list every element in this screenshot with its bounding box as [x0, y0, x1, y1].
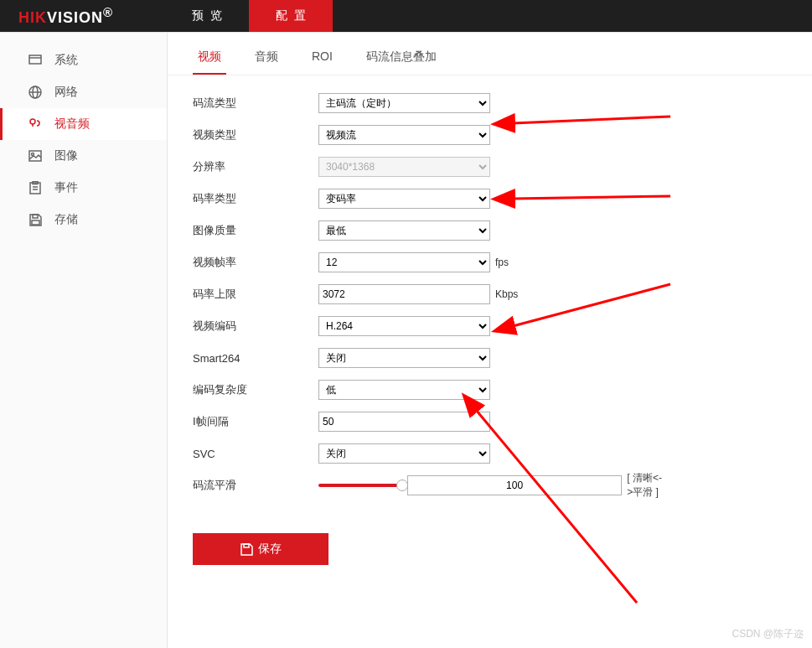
sidebar-label: 视音频: [54, 117, 90, 132]
svg-rect-14: [244, 544, 249, 547]
mic-icon: [28, 117, 43, 132]
label-video-type: 视频类型: [193, 127, 318, 143]
label-video-codec: 视频编码: [193, 319, 318, 334]
input-bitrate-max[interactable]: [318, 284, 490, 304]
svg-point-5: [30, 119, 35, 124]
input-smoothing-value[interactable]: [407, 475, 622, 495]
header: HIKVISION® 预览 配置: [0, 0, 812, 32]
select-video-type[interactable]: 视频流: [318, 125, 490, 145]
label-smart264: Smart264: [193, 352, 318, 365]
select-resolution: 3040*1368: [318, 157, 490, 177]
svg-point-7: [32, 153, 34, 156]
slider-smoothing[interactable]: [318, 484, 402, 487]
svg-rect-0: [29, 55, 41, 64]
subtab-overlay[interactable]: 码流信息叠加: [361, 44, 442, 75]
save-label: 保存: [258, 542, 282, 557]
unit-fps: fps: [495, 257, 509, 268]
select-stream-type[interactable]: 主码流（定时）: [318, 93, 490, 113]
save-icon: [28, 212, 43, 227]
globe-icon: [28, 85, 43, 100]
save-icon: [240, 543, 253, 556]
select-image-quality[interactable]: 最低: [318, 220, 490, 241]
select-smart264[interactable]: 关闭: [318, 348, 490, 368]
svg-rect-13: [32, 220, 39, 225]
select-complexity[interactable]: 低: [318, 380, 490, 400]
sidebar-label: 网络: [54, 85, 78, 100]
sidebar-item-system[interactable]: 系统: [0, 44, 167, 76]
video-form: 码流类型 主码流（定时） 视频类型 视频流 分辨率 3040*1368 码率类型…: [168, 75, 812, 498]
input-iframe[interactable]: [318, 412, 490, 432]
unit-kbps: Kbps: [495, 288, 518, 300]
select-svc[interactable]: 关闭: [318, 443, 490, 464]
select-video-codec[interactable]: H.264: [318, 316, 490, 336]
subtab-roi[interactable]: ROI: [307, 44, 338, 75]
label-bitrate-type: 码率类型: [193, 191, 318, 206]
slider-thumb[interactable]: [396, 480, 408, 491]
label-complexity: 编码复杂度: [193, 382, 318, 397]
save-button[interactable]: 保存: [193, 533, 328, 565]
sidebar-label: 系统: [54, 53, 78, 68]
sidebar-label: 图像: [54, 148, 78, 163]
sidebar-item-storage[interactable]: 存储: [0, 204, 167, 236]
sidebar-label: 存储: [54, 212, 78, 227]
label-frame-rate: 视频帧率: [193, 255, 318, 270]
smoothing-hint: [ 清晰<->平滑 ]: [627, 471, 667, 500]
label-smoothing: 码流平滑: [193, 478, 318, 493]
select-bitrate-type[interactable]: 变码率: [318, 189, 490, 209]
monitor-icon: [28, 53, 43, 68]
image-icon: [28, 148, 43, 163]
sidebar-item-event[interactable]: 事件: [0, 172, 167, 204]
watermark: CSDN @陈子迩: [732, 627, 804, 641]
label-svc: SVC: [193, 448, 318, 460]
logo: HIKVISION®: [0, 5, 132, 27]
tab-preview[interactable]: 预览: [165, 0, 249, 32]
clipboard-icon: [28, 180, 43, 195]
sidebar-item-video-audio[interactable]: 视音频: [0, 108, 167, 140]
tab-config[interactable]: 配置: [249, 0, 333, 32]
svg-rect-12: [33, 215, 38, 218]
sidebar-item-network[interactable]: 网络: [0, 76, 167, 108]
sidebar-label: 事件: [54, 180, 78, 195]
label-iframe: I帧间隔: [193, 414, 318, 429]
label-resolution: 分辨率: [193, 159, 318, 174]
sidebar-item-image[interactable]: 图像: [0, 140, 167, 172]
sidebar: 系统 网络 视音频 图像 事件 存储: [0, 33, 168, 648]
subtab-video[interactable]: 视频: [193, 44, 226, 75]
subtab-audio[interactable]: 音频: [250, 44, 283, 75]
label-bitrate-max: 码率上限: [193, 287, 318, 302]
main-panel: 视频 音频 ROI 码流信息叠加 码流类型 主码流（定时） 视频类型 视频流 分…: [168, 33, 812, 648]
label-image-quality: 图像质量: [193, 223, 318, 238]
label-stream-type: 码流类型: [193, 96, 318, 111]
select-frame-rate[interactable]: 12: [318, 252, 490, 272]
